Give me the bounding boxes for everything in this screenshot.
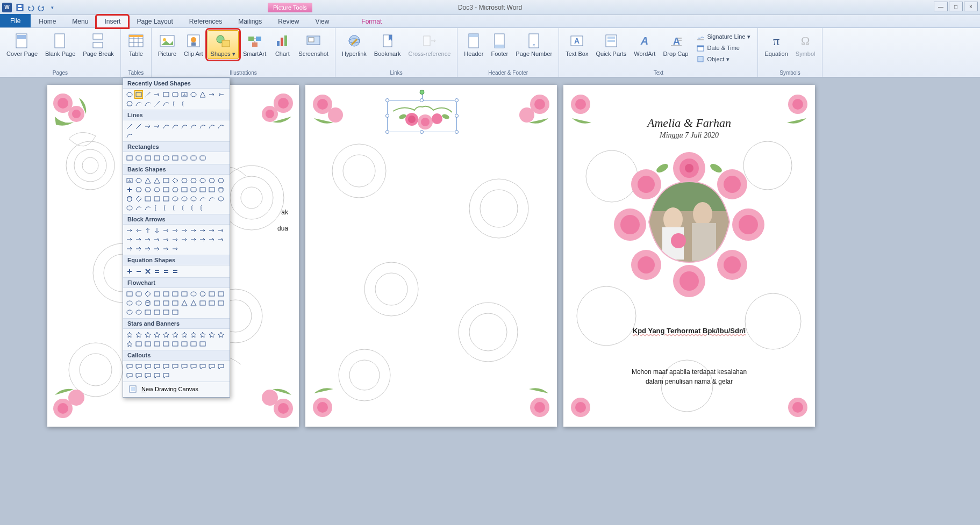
shape-swatch[interactable] — [198, 185, 207, 194]
shape-swatch[interactable] — [189, 204, 198, 212]
shape-swatch[interactable] — [134, 99, 143, 108]
shape-swatch[interactable] — [162, 362, 170, 371]
maximize-button[interactable]: □ — [949, 2, 963, 11]
shape-swatch[interactable] — [144, 308, 152, 317]
drop-cap-button[interactable]: ADrop Cap — [660, 30, 691, 59]
text-box-button[interactable]: AText Box — [562, 30, 591, 59]
shape-swatch[interactable] — [217, 290, 225, 298]
shape-swatch[interactable] — [198, 299, 207, 307]
shape-swatch[interactable] — [208, 122, 216, 131]
shape-swatch[interactable] — [198, 90, 207, 99]
shape-swatch[interactable] — [180, 185, 189, 194]
shape-swatch[interactable] — [180, 290, 189, 298]
shape-swatch[interactable] — [198, 235, 207, 244]
shape-swatch[interactable] — [180, 235, 189, 244]
shape-swatch[interactable] — [153, 204, 161, 212]
save-icon[interactable] — [15, 3, 25, 12]
shape-swatch[interactable] — [125, 299, 134, 307]
picture-button[interactable]: Picture — [155, 30, 180, 59]
resize-handle[interactable] — [385, 130, 389, 134]
smartart-button[interactable]: SmartArt — [240, 30, 269, 59]
shape-swatch[interactable] — [180, 362, 189, 371]
shape-swatch[interactable] — [208, 362, 216, 371]
shape-swatch[interactable] — [189, 330, 198, 339]
shape-swatch[interactable] — [162, 267, 170, 276]
shape-swatch[interactable] — [162, 99, 170, 108]
shape-swatch[interactable] — [134, 195, 143, 203]
shape-swatch[interactable] — [162, 299, 170, 307]
shape-swatch[interactable] — [125, 195, 134, 203]
shape-swatch[interactable] — [125, 330, 134, 339]
shape-swatch[interactable] — [180, 330, 189, 339]
resize-handle[interactable] — [385, 98, 389, 102]
shape-swatch[interactable] — [144, 340, 152, 348]
equation-button[interactable]: πEquation — [761, 30, 791, 59]
shape-swatch[interactable] — [144, 176, 152, 185]
tab-page-layout[interactable]: Page Layout — [128, 15, 181, 27]
shape-swatch[interactable] — [153, 362, 161, 371]
tab-view[interactable]: View — [307, 15, 338, 27]
shape-swatch[interactable] — [180, 340, 189, 348]
undo-icon[interactable] — [26, 3, 35, 12]
shape-swatch[interactable] — [134, 90, 143, 99]
shape-swatch[interactable] — [198, 204, 207, 212]
shape-swatch[interactable] — [189, 90, 198, 99]
shape-swatch[interactable] — [208, 226, 216, 235]
shape-swatch[interactable] — [125, 226, 134, 235]
shape-swatch[interactable] — [153, 185, 161, 194]
shape-swatch[interactable] — [180, 176, 189, 185]
shape-swatch[interactable] — [134, 267, 143, 276]
shape-swatch[interactable] — [217, 226, 225, 235]
shape-swatch[interactable] — [125, 122, 134, 131]
shape-swatch[interactable] — [162, 90, 170, 99]
shape-swatch[interactable] — [125, 308, 134, 317]
shape-swatch[interactable] — [198, 154, 207, 162]
shape-swatch[interactable] — [171, 290, 180, 298]
shape-swatch[interactable] — [217, 176, 225, 185]
shape-swatch[interactable] — [208, 290, 216, 298]
shape-swatch[interactable] — [171, 226, 180, 235]
shape-swatch[interactable] — [162, 235, 170, 244]
shape-swatch[interactable] — [125, 90, 134, 99]
shape-swatch[interactable] — [153, 244, 161, 253]
shape-swatch[interactable] — [125, 290, 134, 298]
shape-swatch[interactable] — [144, 299, 152, 307]
shape-swatch[interactable] — [125, 371, 134, 380]
page-number-button[interactable]: #Page Number — [512, 30, 555, 59]
shape-swatch[interactable] — [162, 330, 170, 339]
shape-swatch[interactable] — [125, 185, 134, 194]
shape-swatch[interactable] — [162, 185, 170, 194]
shape-swatch[interactable] — [144, 330, 152, 339]
new-drawing-canvas[interactable]: New Drawing Canvas — [123, 382, 230, 396]
shape-swatch[interactable] — [198, 362, 207, 371]
shape-swatch[interactable] — [171, 267, 180, 276]
shape-swatch[interactable] — [180, 299, 189, 307]
shape-swatch[interactable] — [134, 308, 143, 317]
shape-swatch[interactable] — [198, 122, 207, 131]
table-button[interactable]: Table — [124, 30, 148, 59]
resize-handle[interactable] — [455, 114, 459, 118]
shape-swatch[interactable] — [153, 290, 161, 298]
shape-swatch[interactable] — [208, 195, 216, 203]
shape-swatch[interactable] — [189, 299, 198, 307]
header-button[interactable]: Header — [461, 30, 487, 59]
shape-swatch[interactable] — [189, 185, 198, 194]
shape-swatch[interactable] — [208, 299, 216, 307]
redo-icon[interactable] — [37, 3, 46, 12]
shape-swatch[interactable] — [217, 195, 225, 203]
shape-swatch[interactable] — [153, 195, 161, 203]
resize-handle[interactable] — [385, 114, 389, 118]
shape-swatch[interactable] — [171, 99, 180, 108]
shape-swatch[interactable] — [153, 371, 161, 380]
shape-swatch[interactable] — [134, 299, 143, 307]
resize-handle[interactable] — [420, 130, 424, 134]
shape-swatch[interactable] — [180, 154, 189, 162]
shape-swatch[interactable]: A — [125, 176, 134, 185]
shape-swatch[interactable] — [125, 267, 134, 276]
shape-swatch[interactable] — [180, 99, 189, 108]
object-button[interactable]: Object ▾ — [693, 54, 753, 64]
shape-swatch[interactable] — [125, 99, 134, 108]
shape-swatch[interactable] — [171, 330, 180, 339]
shape-swatch[interactable] — [144, 267, 152, 276]
resize-handle[interactable] — [455, 98, 459, 102]
